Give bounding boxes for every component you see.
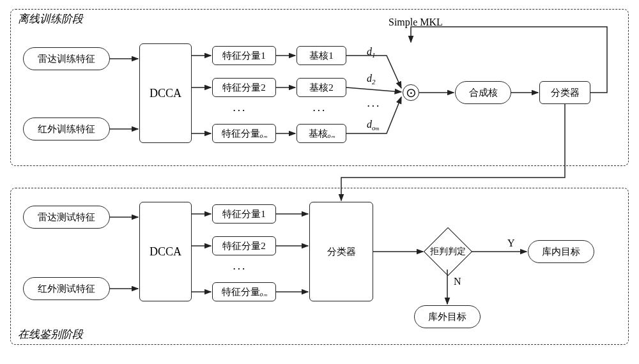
yes-label: Y [507,238,515,249]
no-label: N [454,276,461,287]
radar-test-feature: 雷达测试特征 [23,206,110,229]
ir-test-feature: 红外测试特征 [23,277,110,300]
kernel-1: 基核1 [296,46,346,65]
feature-comp-2-bottom: 特征分量2 [212,236,276,255]
dots-d: ··· [367,101,381,111]
offline-title: 离线训练阶段 [17,11,84,26]
dots-kern: ··· [313,105,327,116]
d2-label: d2 [367,73,376,86]
dm-label: dom [367,119,379,132]
rejection-decision: 拒判判定 [424,235,472,268]
feature-comp-m-bottom-label: 特征分量 [222,286,260,298]
combined-kernel: 合成核 [455,81,511,104]
simple-mkl-label: Simple MKL [389,17,443,28]
classifier-top: 分类器 [539,81,590,104]
dcca-bottom: DCCA [139,202,192,301]
feature-comp-2-top: 特征分量2 [212,78,276,97]
in-library-target: 库内目标 [528,240,594,263]
kernel-m-label: 基核 [309,128,328,140]
dots-feat-top: ··· [233,105,247,116]
out-library-target: 库外目标 [414,305,481,328]
dcca-top: DCCA [139,43,192,143]
ir-train-feature: 红外训练特征 [23,118,110,140]
classifier-bottom: 分类器 [309,202,373,301]
kernel-m: 基核oₘ [296,124,346,143]
dot-operator: ⊙ [403,84,419,101]
online-title: 在线鉴别阶段 [17,327,84,342]
feature-comp-1-top: 特征分量1 [212,46,276,65]
radar-train-feature: 雷达训练特征 [23,47,110,70]
feature-comp-1-bottom: 特征分量1 [212,204,276,224]
feature-comp-m-top-label: 特征分量 [222,128,260,140]
kernel-2: 基核2 [296,78,346,97]
dots-feat-bottom: ··· [233,264,247,274]
feature-comp-m-bottom: 特征分量oₘ [212,282,276,301]
feature-comp-m-top: 特征分量oₘ [212,124,276,143]
d1-label: d1 [367,46,376,59]
